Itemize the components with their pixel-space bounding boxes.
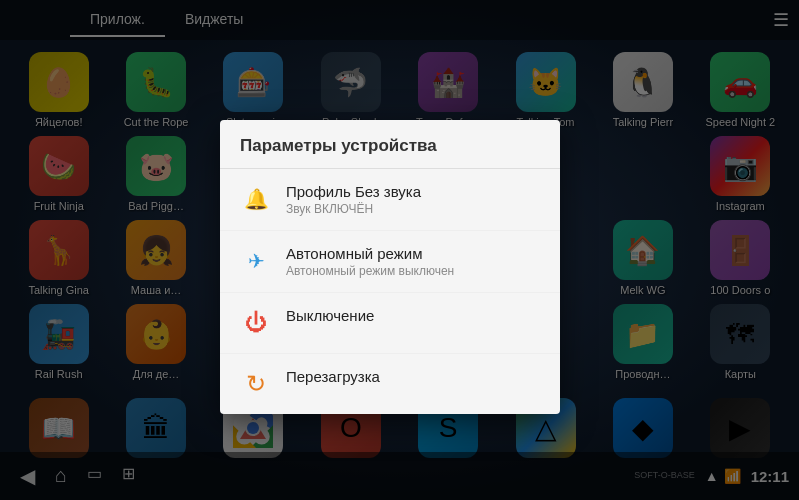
power-off-icon: ⏻ [240, 307, 272, 339]
reboot-icon: ↻ [240, 368, 272, 400]
airplane-mode-text: Автономный режим Автономный режим выключ… [286, 245, 454, 278]
dialog-item-sound-profile[interactable]: 🔔 Профиль Без звука Звук ВКЛЮЧЁН [220, 169, 560, 231]
device-options-dialog: Параметры устройства 🔔 Профиль Без звука… [220, 120, 560, 414]
reboot-text: Перезагрузка [286, 368, 380, 385]
dialog-item-airplane-mode[interactable]: ✈ Автономный режим Автономный режим выкл… [220, 231, 560, 293]
sound-profile-text: Профиль Без звука Звук ВКЛЮЧЁН [286, 183, 421, 216]
power-off-text: Выключение [286, 307, 374, 324]
dialog-item-reboot[interactable]: ↻ Перезагрузка [220, 354, 560, 414]
dialog-item-power-off[interactable]: ⏻ Выключение [220, 293, 560, 354]
dialog-title: Параметры устройства [220, 120, 560, 169]
airplane-mode-icon: ✈ [240, 245, 272, 277]
sound-profile-icon: 🔔 [240, 183, 272, 215]
